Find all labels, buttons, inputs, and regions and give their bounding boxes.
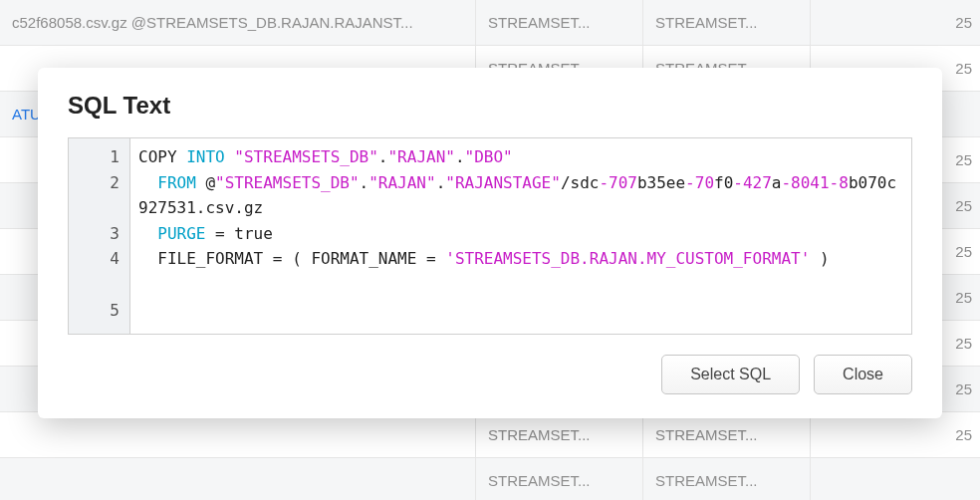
sql-code-editor[interactable]: 12345 COPY INTO "STREAMSETS_DB"."RAJAN".…	[68, 137, 912, 335]
line-number: 4	[69, 246, 120, 272]
select-sql-button[interactable]: Select SQL	[661, 355, 800, 394]
line-number	[69, 195, 120, 221]
sql-code-content[interactable]: COPY INTO "STREAMSETS_DB"."RAJAN"."DBO" …	[130, 138, 911, 334]
code-token: PURGE	[157, 224, 205, 243]
line-number: 1	[69, 144, 120, 170]
code-token: /sdc	[561, 173, 600, 192]
code-token: a	[772, 173, 782, 192]
code-token	[138, 173, 157, 192]
code-token	[225, 147, 235, 166]
code-token: "STREAMSETS_DB"	[215, 173, 360, 192]
modal-overlay: SQL Text 12345 COPY INTO "STREAMSETS_DB"…	[0, 0, 980, 500]
code-token: "RAJANSTAGE"	[445, 173, 561, 192]
code-token: -707	[599, 173, 637, 192]
code-token: = true	[205, 224, 272, 243]
code-token: f0	[714, 173, 733, 192]
line-number	[69, 272, 120, 298]
code-token: )	[810, 249, 829, 268]
code-token: COPY	[138, 147, 186, 166]
dialog-title: SQL Text	[68, 92, 912, 120]
code-token: -427	[733, 173, 772, 192]
code-token: .	[436, 173, 446, 192]
code-token: 'STREAMSETS_DB.RAJAN.MY_CUSTOM_FORMAT'	[445, 249, 810, 268]
code-token: FILE_FORMAT = ( FORMAT_NAME =	[138, 249, 445, 268]
code-token: "RAJAN"	[368, 173, 435, 192]
code-token: INTO	[186, 147, 225, 166]
line-number-gutter: 12345	[69, 138, 130, 334]
sql-text-dialog: SQL Text 12345 COPY INTO "STREAMSETS_DB"…	[38, 68, 942, 418]
code-token: "STREAMSETS_DB"	[234, 147, 378, 166]
line-number: 5	[69, 298, 120, 324]
code-token: -8041-8	[781, 173, 848, 192]
code-token: .	[360, 173, 369, 192]
code-token: .	[455, 147, 465, 166]
close-button[interactable]: Close	[814, 355, 912, 394]
code-token	[138, 224, 157, 243]
code-token: @	[196, 173, 215, 192]
line-number: 3	[69, 221, 120, 247]
code-token: -70	[685, 173, 714, 192]
dialog-footer: Select SQL Close	[68, 355, 912, 394]
code-token: FROM	[157, 173, 196, 192]
code-token: b35ee	[637, 173, 685, 192]
code-token: "DBO"	[465, 147, 513, 166]
line-number: 2	[69, 170, 120, 196]
code-token: "RAJAN"	[387, 147, 454, 166]
